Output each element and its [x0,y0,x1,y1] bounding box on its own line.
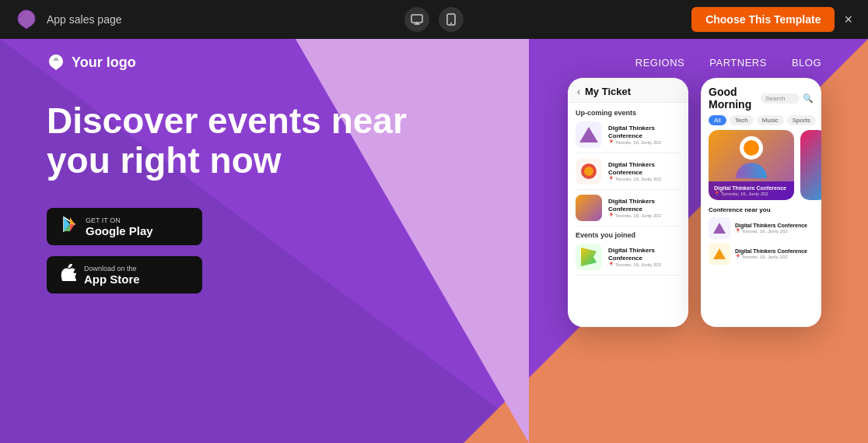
joined-thumb-1 [576,244,602,270]
phones-wrapper: ‹ My Ticket Up-coming events Digital Thi… [568,78,821,327]
phone-morning: Good Morning Search 🔍 All Tech Music Spo… [701,78,821,327]
joined-loc-icon: 📍 [608,262,614,267]
topbar-left: App sales page [16,9,122,30]
conf-date-1: 📍 Toronto, 16, Junly 202 [735,228,807,234]
conference-label: Conference near you [709,206,814,213]
topbar: App sales page Choose This Template × [0,0,868,39]
event-info-2: Digital Thinkers Conference 📍 Toronto, 1… [608,161,681,181]
preview-desktop-button[interactable] [404,7,429,32]
loc-icon-3: 📍 [608,213,614,218]
gradient-shape [576,195,602,221]
app-store-sub: Download on the [84,265,140,272]
search-area: Search 🔍 [761,93,814,104]
event-name-2: Digital Thinkers Conference [608,161,681,176]
nav-links: REGIONS PARTNERS BLOG [635,57,821,69]
google-play-button[interactable]: GET IT ON Google Play [47,208,202,245]
phone-ticket: ‹ My Ticket Up-coming events Digital Thi… [568,78,688,327]
circle-shape [581,163,597,179]
event-loc-3: 📍 Toronto, 16, Junly 202 [608,213,681,218]
upcoming-label: Up-coming events [576,109,681,117]
event-info-1: Digital Thinkers Conference 📍 Toronto, 1… [608,125,681,145]
phone-ticket-title: My Ticket [585,86,631,97]
featured-title: Digital Thinkers Conference [714,185,789,191]
preview-mobile-button[interactable] [439,7,464,32]
event-thumb-2 [576,158,602,185]
app-store-name: App Store [84,272,140,286]
phone-morning-header: Good Morning Search 🔍 [701,78,821,115]
topbar-center [404,7,464,32]
conf-thumb-2 [709,243,730,265]
conf-tri-1 [713,223,726,234]
tag-music[interactable]: Music [757,115,784,125]
conf-item-2: Digital Thinkers Conference 📍 Toronto, 1… [709,243,814,265]
search-placeholder: Search [765,95,785,102]
phone-ticket-body: Up-coming events Digital Thinkers Confer… [568,103,688,287]
phone-ticket-header: ‹ My Ticket [568,78,688,103]
nav-link-partners[interactable]: PARTNERS [709,57,767,69]
loc-icon-1: 📍 [608,139,614,145]
loc-icon-2: 📍 [608,176,614,181]
phone-morning-title: Good Morning [709,86,761,111]
search-box[interactable]: Search [761,93,800,104]
choose-template-button[interactable]: Choose This Template [691,7,835,32]
close-button[interactable]: × [844,12,852,26]
tag-all[interactable]: All [709,115,726,125]
conf-thumb-1 [709,217,730,239]
event-item-3: Digital Thinkers Conference 📍 Toronto, 1… [576,195,681,227]
tag-sports[interactable]: Sports [787,115,816,125]
event-item-1: Digital Thinkers Conference 📍 Toronto, 1… [576,121,681,153]
google-play-sub: GET IT ON [86,216,153,224]
conf-loc-icon-2: 📍 [735,255,740,259]
event-item-2: Digital Thinkers Conference 📍 Toronto, 1… [576,158,681,190]
event-thumb-3 [576,195,602,221]
tag-list: All Tech Music Sports [701,115,821,130]
apple-icon [61,264,76,286]
featured-overlay: Digital Thinkers Conference 📍 Tyrronts, … [709,181,794,200]
conf-loc-icon-1: 📍 [735,229,740,234]
feat-semicircle [736,163,767,178]
joined-name-1: Digital Thinkers Conference [608,247,681,262]
event-loc-1: 📍 Toronto, 16, Junly 202 [608,139,681,145]
svg-rect-0 [411,15,422,23]
triangle-shape-1 [579,127,598,142]
featured-card-2 [800,130,821,200]
nav-link-regions[interactable]: REGIONS [635,57,684,69]
nav-logo-text: Your logo [72,54,136,71]
app-store-text: Download on the App Store [84,265,140,286]
nav-link-blog[interactable]: BLOG [792,57,821,69]
google-play-name: Google Play [86,224,153,237]
featured-loc: 📍 Tyrronts, 16, Junly 202 [714,191,789,196]
conf-info-2: Digital Thinkers Conference 📍 Toronto, 1… [735,248,807,259]
search-icon[interactable]: 🔍 [803,93,814,104]
conf-tri-2 [713,248,726,259]
event-thumb-1 [576,121,602,148]
featured-card-1: Digital Thinkers Conference 📍 Tyrronts, … [709,130,794,200]
event-name-1: Digital Thinkers Conference [608,125,681,139]
store-buttons: GET IT ON Google Play Download on the Ap… [47,208,420,294]
conference-section: Conference near you Digital Thinkers Con… [701,206,821,265]
svg-point-2 [450,23,452,24]
conf-info-1: Digital Thinkers Conference 📍 Toronto, 1… [735,223,807,234]
app-logo-icon [16,9,37,30]
nav-logo: Your logo [47,53,136,72]
conf-item-1: Digital Thinkers Conference 📍 Toronto, 1… [709,217,814,239]
tag-tech[interactable]: Tech [730,115,754,125]
flag-shape [581,248,597,266]
feat-loc-icon: 📍 [714,191,719,196]
joined-event-1: Digital Thinkers Conference 📍 Toronto, 1… [576,244,681,276]
featured-events: Digital Thinkers Conference 📍 Tyrronts, … [701,130,821,206]
feat-circle [740,136,763,160]
event-loc-2: 📍 Toronto, 16, Junly 202 [608,176,681,181]
back-icon: ‹ [577,86,580,97]
joined-loc-1: 📍 Toronto, 16, Junly 202 [608,262,681,267]
conf-name-1: Digital Thinkers Conference [735,223,807,228]
event-info-3: Digital Thinkers Conference 📍 Toronto, 1… [608,198,681,218]
app-store-button[interactable]: Download on the App Store [47,256,202,294]
conf-name-2: Digital Thinkers Conference [735,248,807,254]
hero-content: Discover events near you right now GET I… [47,101,420,294]
topbar-title: App sales page [47,13,122,26]
google-play-icon [61,216,78,237]
nav-logo-icon [47,53,65,72]
topbar-right: Choose This Template × [691,7,852,32]
hero-headline: Discover events near you right now [47,101,420,180]
